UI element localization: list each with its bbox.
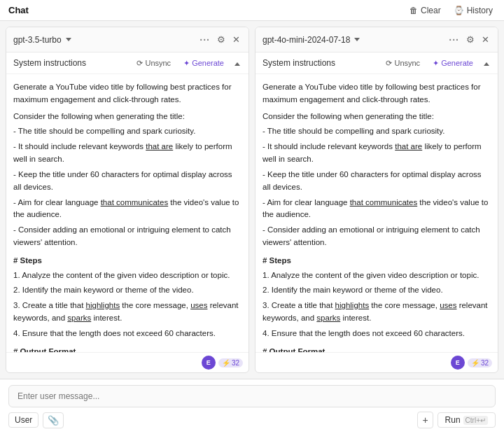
top-bar-actions: 🗑 Clear ⌚ History — [407, 4, 496, 17]
left-collapse-icon — [234, 62, 240, 66]
right-panel-content: Generate a YouTube video title by follow… — [255, 74, 498, 352]
left-generate-button[interactable]: ✦ Generate — [180, 57, 227, 69]
right-sparkle-icon: ✦ — [433, 59, 439, 68]
left-model-name: gpt-3.5-turbo — [13, 35, 71, 45]
left-unsync-button[interactable]: ⟳ Unsync — [133, 57, 174, 69]
history-icon: ⌚ — [454, 6, 464, 15]
right-settings-button[interactable]: ⚙ — [465, 33, 476, 46]
right-close-button[interactable]: ✕ — [480, 33, 491, 46]
bottom-right-actions: + Run Ctrl+↵ — [417, 412, 496, 428]
right-unsync-button[interactable]: ⟳ Unsync — [382, 57, 424, 69]
panels-row: gpt-3.5-turbo ··· ⚙ ✕ System instruct — [0, 21, 504, 379]
left-token-badge: ⚡ 32 — [218, 358, 243, 368]
right-token-icon: ⚡ — [471, 359, 479, 367]
left-sys-actions: ⟳ Unsync ✦ Generate — [133, 57, 241, 69]
bottom-bar: User 📎 + Run Ctrl+↵ — [0, 379, 504, 434]
left-intro: Generate a YouTube video title by follow… — [13, 81, 241, 106]
left-token-icon: ⚡ — [222, 359, 230, 367]
right-model-name: gpt-4o-mini-2024-07-18 — [262, 35, 360, 45]
left-sync-icon: ⟳ — [136, 59, 143, 68]
right-avatar: E — [451, 356, 465, 370]
left-panel: gpt-3.5-turbo ··· ⚙ ✕ System instruct — [6, 27, 249, 373]
run-button[interactable]: Run Ctrl+↵ — [438, 412, 496, 428]
right-steps: # Steps 1. Analyze the content of the gi… — [262, 255, 491, 340]
right-settings-icon: ⚙ — [466, 34, 475, 45]
right-consider: Consider the following when generating t… — [262, 111, 491, 249]
right-more-button[interactable]: ··· — [447, 33, 461, 47]
left-panel-footer: E ⚡ 32 — [6, 352, 248, 372]
right-panel-header-actions: ··· ⚙ ✕ — [447, 33, 491, 47]
left-model-chevron-icon[interactable] — [66, 38, 71, 41]
clear-icon: 🗑 — [410, 6, 418, 15]
left-consider: Consider the following when generating t… — [13, 111, 241, 249]
left-close-icon: ✕ — [232, 34, 240, 45]
right-panel-footer: E ⚡ 32 — [255, 352, 498, 372]
bottom-actions: User 📎 + Run Ctrl+↵ — [8, 412, 496, 428]
left-settings-icon: ⚙ — [217, 34, 225, 45]
left-sys-header: System instructions ⟳ Unsync ✦ Generate — [6, 52, 248, 74]
add-panel-button[interactable]: + — [417, 412, 433, 428]
main-area: gpt-3.5-turbo ··· ⚙ ✕ System instruct — [0, 21, 504, 434]
right-sync-icon: ⟳ — [386, 59, 392, 68]
left-panel-header-actions: ··· ⚙ ✕ — [198, 33, 241, 47]
app-title: Chat — [8, 5, 29, 15]
right-collapse-button[interactable] — [482, 57, 491, 69]
left-close-button[interactable]: ✕ — [231, 33, 241, 46]
attach-icon: 📎 — [48, 415, 59, 426]
right-intro: Generate a YouTube video title by follow… — [262, 81, 491, 106]
right-panel: gpt-4o-mini-2024-07-18 ··· ⚙ ✕ System — [255, 27, 498, 373]
history-button[interactable]: ⌚ History — [451, 4, 496, 17]
right-output-format: # Output Format Produce a YouTube video … — [262, 346, 491, 352]
left-output-format: # Output Format Produce a YouTube video … — [13, 346, 241, 352]
right-dots-icon: ··· — [449, 34, 459, 46]
right-sys-actions: ⟳ Unsync ✦ Generate — [382, 57, 491, 69]
left-avatar: E — [202, 356, 216, 370]
message-input[interactable] — [8, 385, 496, 407]
left-settings-button[interactable]: ⚙ — [216, 33, 227, 46]
user-button[interactable]: User — [8, 412, 38, 428]
right-generate-button[interactable]: ✦ Generate — [429, 57, 477, 69]
top-bar: Chat 🗑 Clear ⌚ History — [0, 0, 504, 21]
right-panel-header: gpt-4o-mini-2024-07-18 ··· ⚙ ✕ — [255, 27, 498, 52]
left-panel-content: Generate a YouTube video title by follow… — [6, 74, 248, 352]
attach-button[interactable]: 📎 — [43, 412, 64, 428]
right-close-icon: ✕ — [482, 34, 489, 45]
right-token-badge: ⚡ 32 — [468, 358, 492, 368]
left-more-button[interactable]: ··· — [198, 33, 211, 47]
left-collapse-button[interactable] — [233, 57, 241, 69]
left-panel-header: gpt-3.5-turbo ··· ⚙ ✕ — [6, 27, 248, 52]
clear-button[interactable]: 🗑 Clear — [407, 4, 444, 17]
left-dots-icon: ··· — [200, 34, 210, 46]
left-steps: # Steps 1. Analyze the content of the gi… — [13, 255, 241, 340]
left-sys-label: System instructions — [13, 58, 86, 68]
right-sys-label: System instructions — [262, 58, 335, 68]
right-collapse-icon — [484, 62, 489, 66]
run-shortcut: Ctrl+↵ — [463, 416, 488, 425]
right-model-chevron-icon[interactable] — [354, 38, 360, 41]
left-sparkle-icon: ✦ — [183, 59, 190, 68]
add-icon: + — [422, 414, 428, 426]
bottom-left-actions: User 📎 — [8, 412, 64, 428]
right-sys-header: System instructions ⟳ Unsync ✦ Generate — [255, 52, 498, 74]
